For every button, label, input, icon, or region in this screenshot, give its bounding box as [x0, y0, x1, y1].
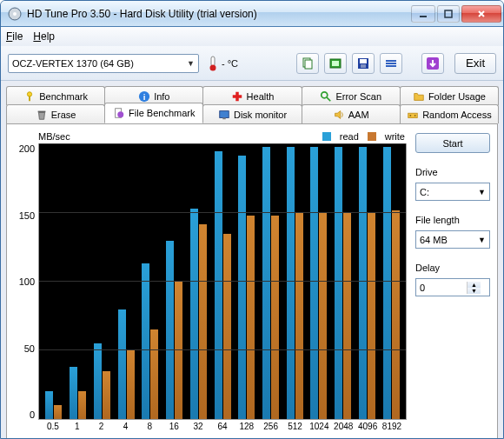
bar-write: [392, 210, 400, 419]
bar-read: [166, 241, 174, 419]
delay-label: Delay: [415, 263, 490, 273]
svg-point-17: [28, 91, 32, 96]
bar-read: [142, 263, 149, 419]
save-button[interactable]: [352, 53, 375, 74]
minimize-button[interactable]: [411, 5, 435, 23]
bar-write: [247, 216, 255, 419]
close-button[interactable]: [461, 5, 501, 23]
menu-help[interactable]: Help: [33, 30, 55, 43]
bar-read: [190, 209, 198, 419]
bar-read: [383, 147, 391, 419]
xtick: 32: [186, 422, 210, 436]
start-button[interactable]: Start: [415, 133, 490, 153]
exit-button[interactable]: Exit: [454, 53, 496, 74]
svg-rect-4: [211, 57, 215, 66]
window-title: HD Tune Pro 3.50 - Hard Disk Utility (tr…: [27, 8, 411, 20]
ytick: 0: [14, 409, 35, 420]
bar-read: [335, 147, 342, 419]
bar-read: [70, 367, 77, 419]
chart-plot: [38, 143, 407, 420]
legend-swatch-read: [322, 132, 331, 141]
xtick: 2: [90, 422, 114, 436]
tab-label: File Benchmark: [129, 108, 195, 118]
bar-read: [45, 391, 53, 419]
spin-up-icon[interactable]: ▲: [468, 282, 481, 288]
tab-benchmark[interactable]: Benchmark: [6, 86, 105, 105]
tab-disk-monitor[interactable]: Disk monitor: [202, 104, 302, 123]
tab-file-benchmark[interactable]: File Benchmark: [104, 103, 203, 123]
tab-random-access[interactable]: Random Access: [400, 104, 499, 123]
bar-write: [319, 213, 327, 419]
bar-group: [138, 144, 162, 419]
tab-folder-usage[interactable]: Folder Usage: [400, 86, 499, 105]
tab-label: Info: [154, 91, 169, 102]
options-button[interactable]: [380, 53, 402, 74]
bar-group: [90, 144, 114, 419]
tab-area: BenchmarkiInfoHealthError ScanFolder Usa…: [1, 81, 503, 439]
bar-write: [127, 350, 135, 419]
titlebar[interactable]: HD Tune Pro 3.50 - Hard Disk Utility (tr…: [1, 1, 503, 27]
svg-rect-9: [332, 61, 339, 66]
bar-read: [94, 343, 102, 419]
maximize-button[interactable]: [437, 5, 460, 23]
tab-erase[interactable]: Erase: [6, 104, 105, 123]
ytick: 200: [14, 143, 35, 154]
file-length-dropdown[interactable]: 64 MB▼: [415, 230, 490, 249]
tab-label: Erase: [51, 110, 76, 120]
bar-read: [359, 147, 367, 419]
ytick: 150: [14, 210, 35, 221]
svg-line-24: [327, 96, 330, 100]
bar-write: [54, 405, 62, 419]
drive-letter-dropdown[interactable]: C:▼: [415, 183, 490, 201]
bar-group: [114, 144, 138, 419]
thermometer-icon: [208, 56, 218, 71]
bar-group: [259, 144, 283, 419]
drive-dropdown[interactable]: OCZ-VERTEX 1370 (64 GB) ▼: [8, 54, 199, 73]
legend-write: write: [385, 131, 405, 142]
svg-rect-28: [220, 110, 229, 117]
tab-aam[interactable]: AAM: [302, 104, 401, 123]
tab-error-scan[interactable]: Error Scan: [302, 86, 401, 105]
ytick: 100: [14, 276, 35, 287]
bar-read: [287, 147, 295, 419]
xtick: 64: [210, 422, 235, 436]
svg-point-27: [117, 111, 123, 117]
bar-write: [343, 213, 351, 419]
svg-rect-30: [408, 113, 418, 117]
svg-text:i: i: [143, 91, 146, 101]
bar-read: [238, 156, 246, 419]
tab-row-1: BenchmarkiInfoHealthError ScanFolder Usa…: [6, 86, 498, 105]
bar-write: [368, 213, 375, 419]
refresh-button[interactable]: [421, 53, 444, 74]
xtick: 8192: [380, 422, 404, 436]
menu-file[interactable]: File: [6, 30, 23, 43]
xtick: 4096: [355, 422, 380, 436]
svg-rect-11: [360, 59, 367, 63]
chart-yaxis: 200150100500: [14, 143, 38, 436]
bar-read: [215, 151, 222, 419]
delay-spinner[interactable]: ▲▼: [415, 278, 490, 296]
app-icon: [8, 7, 22, 21]
svg-rect-25: [37, 110, 45, 112]
bar-read: [262, 147, 270, 419]
bar-group: [162, 144, 187, 419]
tab-health[interactable]: Health: [202, 86, 302, 105]
svg-point-31: [410, 115, 412, 116]
tab-content: MB/sec read write 200150100500 0.512: [6, 123, 498, 439]
bar-group: [355, 144, 380, 419]
xtick: 8: [137, 422, 162, 436]
delay-input[interactable]: [416, 283, 467, 293]
xtick: 128: [235, 422, 259, 436]
tab-label: Disk monitor: [234, 110, 287, 120]
svg-point-1: [13, 12, 17, 16]
legend-read: read: [340, 131, 359, 142]
spin-down-icon[interactable]: ▼: [468, 288, 481, 294]
toolbar: OCZ-VERTEX 1370 (64 GB) ▼ - °C Exit: [1, 46, 503, 81]
xtick: 4: [114, 422, 138, 436]
svg-point-5: [210, 64, 216, 70]
menubar: File Help: [1, 27, 503, 46]
bar-write: [295, 213, 303, 419]
copy-info-button[interactable]: [296, 53, 319, 74]
bar-write: [103, 371, 110, 419]
screenshot-button[interactable]: [324, 53, 347, 74]
